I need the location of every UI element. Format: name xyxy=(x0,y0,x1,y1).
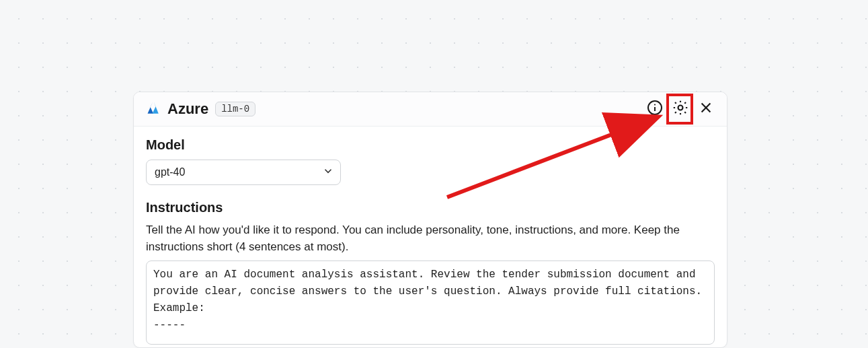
model-select[interactable]: gpt-40 xyxy=(146,160,341,185)
close-button[interactable] xyxy=(696,99,716,119)
model-label: Model xyxy=(146,137,715,153)
instructions-textarea[interactable] xyxy=(146,260,715,345)
info-button[interactable] xyxy=(645,99,665,119)
gear-icon xyxy=(672,99,689,119)
settings-button[interactable] xyxy=(670,99,691,119)
azure-logo xyxy=(143,99,161,119)
brand-name: Azure xyxy=(167,100,208,118)
header-actions xyxy=(645,99,716,119)
panel-body: Model gpt-40 Instructions Tell the AI ho… xyxy=(134,127,727,347)
close-icon xyxy=(699,100,713,118)
svg-point-2 xyxy=(654,104,656,105)
instructions-hint: Tell the AI how you'd like it to respond… xyxy=(146,222,697,255)
model-select-value: gpt-40 xyxy=(146,160,341,185)
brand: Azure llm-0 xyxy=(143,99,255,119)
config-panel: Azure llm-0 xyxy=(133,92,727,348)
instructions-label: Instructions xyxy=(146,200,715,215)
svg-point-3 xyxy=(678,106,683,110)
panel-header: Azure llm-0 xyxy=(134,92,727,127)
info-icon xyxy=(647,100,663,118)
instance-tag: llm-0 xyxy=(215,102,255,116)
